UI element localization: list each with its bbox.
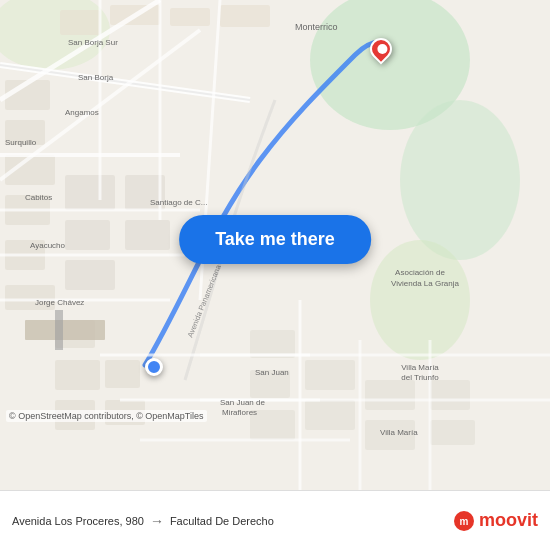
route-info: Avenida Los Proceres, 980 → Facultad De … [12, 513, 445, 529]
svg-text:Villa María: Villa María [401, 363, 439, 372]
svg-text:San Juan de: San Juan de [220, 398, 265, 407]
svg-rect-19 [125, 220, 170, 250]
svg-text:Villa María: Villa María [380, 428, 418, 437]
svg-rect-15 [65, 175, 115, 210]
svg-point-2 [400, 100, 520, 260]
map-copyright: © OpenStreetMap contributors, © OpenMapT… [6, 410, 207, 422]
route-origin: Avenida Los Proceres, 980 [12, 515, 144, 527]
moovit-logo: m moovit [453, 510, 538, 532]
svg-text:m: m [460, 516, 469, 527]
svg-rect-33 [430, 420, 475, 445]
bottom-bar: Avenida Los Proceres, 980 → Facultad De … [0, 490, 550, 550]
current-location-dot [145, 358, 163, 376]
take-me-there-button[interactable]: Take me there [179, 215, 371, 264]
svg-text:San Borja: San Borja [78, 73, 114, 82]
svg-rect-30 [365, 380, 415, 410]
svg-text:San Borja Sur: San Borja Sur [68, 38, 118, 47]
svg-text:Miraflores: Miraflores [222, 408, 257, 417]
svg-rect-23 [105, 360, 140, 388]
svg-rect-8 [220, 5, 270, 27]
svg-rect-35 [55, 310, 63, 350]
svg-text:Santiago de C...: Santiago de C... [150, 198, 207, 207]
svg-rect-28 [305, 360, 355, 390]
svg-text:Ayacucho: Ayacucho [30, 241, 66, 250]
destination-pin [370, 38, 392, 60]
svg-rect-17 [65, 260, 115, 290]
route-arrow-icon: → [150, 513, 164, 529]
route-destination: Facultad De Derecho [170, 515, 274, 527]
svg-text:del Triunfo: del Triunfo [401, 373, 439, 382]
svg-text:Asociación de: Asociación de [395, 268, 445, 277]
svg-rect-32 [430, 380, 470, 410]
svg-rect-34 [25, 320, 105, 340]
svg-rect-29 [305, 400, 355, 430]
svg-text:Vivienda La Granja: Vivienda La Granja [391, 279, 459, 288]
moovit-logo-text: moovit [479, 510, 538, 531]
svg-text:Monterrico: Monterrico [295, 22, 338, 32]
svg-text:Surquillo: Surquillo [5, 138, 37, 147]
map-container: Monterrico San Borja Sur San Borja Angam… [0, 0, 550, 490]
svg-text:Jorge Chávez: Jorge Chávez [35, 298, 84, 307]
svg-rect-5 [60, 10, 100, 35]
svg-rect-7 [170, 8, 210, 26]
svg-text:Cabitos: Cabitos [25, 193, 52, 202]
svg-text:San Juan: San Juan [255, 368, 289, 377]
svg-rect-16 [65, 220, 110, 250]
svg-point-3 [370, 240, 470, 360]
svg-text:Angamos: Angamos [65, 108, 99, 117]
moovit-logo-icon: m [453, 510, 475, 532]
svg-rect-21 [55, 360, 100, 390]
